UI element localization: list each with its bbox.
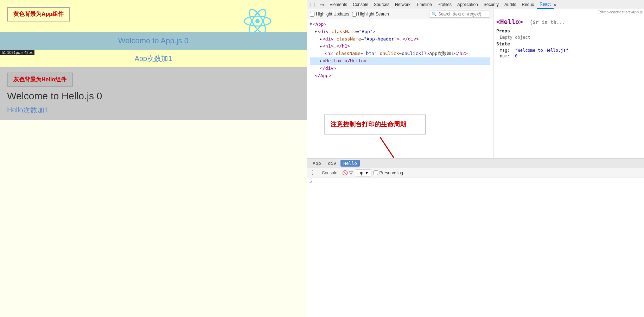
annotation-box: 注意控制台打印的生命周期: [324, 114, 426, 135]
breadcrumb-app[interactable]: App: [310, 160, 324, 167]
dom-line-app-open: ▼ <App>: [310, 21, 490, 28]
inspect-icon[interactable]: ⬚: [308, 1, 316, 8]
svg-line-5: [380, 137, 401, 158]
size-badge: h1 1031px × 42px: [0, 50, 34, 55]
tab-console[interactable]: Console: [350, 1, 371, 8]
state-section-title: State: [496, 41, 641, 46]
breadcrumb-hello[interactable]: Hello: [340, 160, 360, 167]
tab-network[interactable]: Network: [392, 1, 413, 8]
hello-label-text: 灰色背景为Hello组件: [13, 76, 66, 82]
devtools-main-area: Highlight Updates Highlight Search 🔍 ▼ <…: [307, 9, 644, 158]
react-component-title: <Hello> ($r in th...: [496, 18, 641, 25]
elements-search-box[interactable]: 🔍: [429, 11, 490, 18]
react-logo-icon: [243, 7, 272, 35]
devtools-panel: ⬚ ▭ Elements Console Sources Network Tim…: [307, 0, 644, 317]
dom-line-div-app: ▼ <div className="App">: [310, 28, 490, 36]
console-prompt[interactable]: >: [310, 179, 641, 184]
annotation-text: 注意控制台打印的生命周期: [330, 120, 406, 128]
hello-label-box: 灰色背景为Hello组件: [7, 73, 73, 87]
dom-line-hello[interactable]: ▶ <Hello>…</Hello>: [310, 57, 490, 65]
elements-search-input[interactable]: [438, 12, 487, 17]
top-selector[interactable]: top ▼: [355, 169, 371, 176]
breadcrumb-bar: App div Hello: [307, 158, 644, 168]
dom-line-h1: ▶ <h1>…</h1>: [310, 43, 490, 50]
console-area: ⋮ Console 🚫 ▽ top ▼ Preserve log >: [307, 168, 644, 317]
welcome-app-text: Welcome to App.js 0: [118, 36, 189, 45]
console-filter-icons: 🚫 ▽: [342, 170, 353, 175]
triangle-app-header[interactable]: ▶: [320, 36, 322, 42]
highlight-search-label[interactable]: Highlight Search: [352, 12, 389, 17]
highlight-updates-label[interactable]: Highlight Updates: [310, 12, 349, 17]
app-btn-bar: h1 1031px × 42px App次数加1: [0, 50, 307, 67]
app-preview: 黄色背景为App组件 Welcome to App.js 0 h1 1031px…: [0, 0, 307, 317]
preserve-log-checkbox[interactable]: [374, 170, 378, 175]
tab-application[interactable]: Application: [454, 1, 481, 8]
more-tabs-icon[interactable]: »: [554, 1, 557, 8]
props-section-title: Props: [496, 28, 641, 33]
app-label-text: 黄色背景为App组件: [13, 11, 64, 17]
app-yellow-section: 黄色背景为App组件: [0, 0, 307, 32]
hello-section: 灰色背景为Hello组件 Welcome to Hello.js 0 Hello…: [0, 67, 307, 120]
tab-redux[interactable]: Redux: [519, 1, 537, 8]
app-count-btn[interactable]: App次数加1: [135, 54, 172, 63]
tab-react[interactable]: React: [537, 0, 553, 9]
devtools-icon-buttons: ⬚ ▭: [308, 1, 325, 8]
elements-panel: Highlight Updates Highlight Search 🔍 ▼ <…: [307, 9, 493, 158]
tab-timeline[interactable]: Timeline: [413, 1, 435, 8]
breadcrumb-div[interactable]: div: [325, 160, 339, 167]
state-num-row: num: 0: [500, 54, 641, 58]
search-icon: 🔍: [432, 12, 437, 17]
tab-profiles[interactable]: Profiles: [435, 1, 454, 8]
state-msg-row: msg: "Welcome to Hello.js": [500, 48, 641, 53]
welcome-hello-text: Welcome to Hello.js 0: [7, 91, 300, 102]
dom-line-h2: <h2 className="btn" onClick=onClick()>Ap…: [310, 50, 490, 57]
devtools-tabs-bar: ⬚ ▭ Elements Console Sources Network Tim…: [307, 0, 644, 9]
highlight-search-checkbox[interactable]: [352, 12, 357, 17]
app-label-box: 黄色背景为App组件: [7, 7, 70, 21]
dom-line-div-close: </div>: [310, 65, 490, 72]
tab-audits[interactable]: Audits: [502, 1, 519, 8]
triangle-hello[interactable]: ▶: [320, 58, 322, 64]
svg-point-0: [255, 19, 260, 23]
console-tab-btn[interactable]: Console: [319, 170, 340, 176]
dom-line-app-header: ▶ <div className="App-header">…</div>: [310, 36, 490, 43]
hello-count-btn[interactable]: Hello次数加1: [7, 106, 48, 114]
console-content: >: [307, 178, 644, 317]
preserve-log-label[interactable]: Preserve log: [374, 170, 403, 175]
triangle-h1[interactable]: ▶: [320, 44, 322, 49]
elements-toolbar: Highlight Updates Highlight Search 🔍: [307, 9, 493, 19]
kebab-icon[interactable]: ⋮: [310, 169, 315, 176]
props-empty-value: Empty object: [500, 35, 641, 40]
no-entry-icon[interactable]: 🚫: [342, 170, 348, 175]
tab-sources[interactable]: Sources: [371, 1, 392, 8]
annotation-arrow-icon: [370, 134, 412, 158]
file-path: E:\tmp\reacttest\src\App.js: [493, 9, 644, 15]
device-icon[interactable]: ▭: [318, 1, 325, 8]
dom-tree: ▼ <App> ▼ <div className="App"> ▶ <div c…: [307, 19, 493, 158]
triangle-app[interactable]: ▼: [310, 21, 312, 27]
console-toolbar: ⋮ Console 🚫 ▽ top ▼ Preserve log: [307, 168, 644, 178]
dom-line-app-close: </App>: [310, 72, 490, 80]
tab-security[interactable]: Security: [481, 1, 502, 8]
react-props-panel: E:\tmp\reacttest\src\App.js <Hello> ($r …: [493, 9, 644, 158]
filter-icon[interactable]: ▽: [349, 170, 353, 175]
react-panel-content: <Hello> ($r in th... Props Empty object …: [493, 15, 644, 158]
highlight-updates-checkbox[interactable]: [310, 12, 314, 17]
triangle-div-app[interactable]: ▼: [315, 29, 317, 35]
tab-elements[interactable]: Elements: [327, 1, 350, 8]
